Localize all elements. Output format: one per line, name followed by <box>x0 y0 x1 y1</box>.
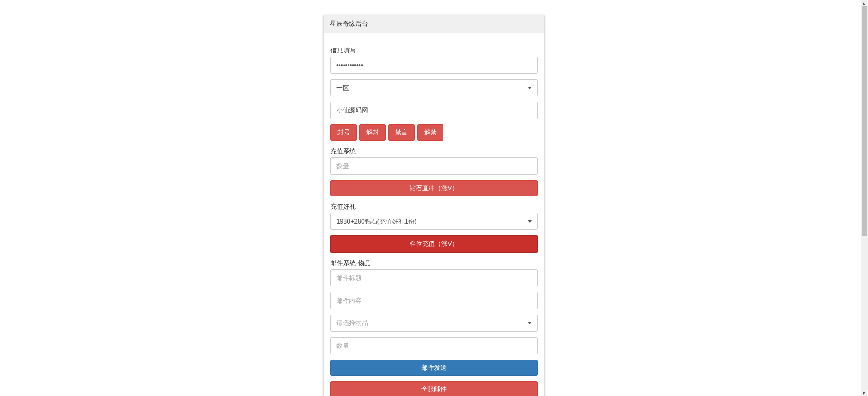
gift-select[interactable]: 1980+280钻石(充值好礼1份) <box>330 213 538 230</box>
mail-item-select[interactable]: 请选择物品 <box>330 315 538 332</box>
unban-button[interactable]: 解封 <box>359 124 386 141</box>
scrollbar-track[interactable] <box>861 6 868 390</box>
page-wrapper: 星辰奇缘后台 信息填写 一区 封号 解封 禁言 解禁 充值系统 <box>0 0 868 396</box>
chevron-down-icon <box>528 322 532 324</box>
admin-panel: 星辰奇缘后台 信息填写 一区 封号 解封 禁言 解禁 充值系统 <box>323 15 545 396</box>
mail-section-label: 邮件系统-物品 <box>330 259 538 267</box>
chevron-down-icon <box>528 87 532 89</box>
ban-button[interactable]: 封号 <box>330 124 357 141</box>
scroll-down-icon[interactable]: ▼ <box>861 390 867 396</box>
recharge-section-label: 充值系统 <box>330 148 538 156</box>
unmute-button[interactable]: 解禁 <box>417 124 443 141</box>
username-input[interactable] <box>330 102 538 119</box>
panel-title: 星辰奇缘后台 <box>324 15 544 33</box>
password-input[interactable] <box>330 57 538 74</box>
account-action-group: 封号 解封 禁言 解禁 <box>330 124 538 141</box>
scroll-up-icon[interactable]: ▲ <box>861 0 867 6</box>
scrollbar-thumb[interactable] <box>862 6 867 236</box>
mute-button[interactable]: 禁言 <box>388 124 415 141</box>
panel-body: 信息填写 一区 封号 解封 禁言 解禁 充值系统 钻石直冲（涨V） <box>324 33 544 396</box>
mail-content-input[interactable] <box>330 292 538 309</box>
mail-title-input[interactable] <box>330 269 538 286</box>
mail-quantity-input[interactable] <box>330 337 538 354</box>
mail-item-select-text: 请选择物品 <box>336 318 368 328</box>
recharge-quantity-input[interactable] <box>330 157 538 175</box>
mail-send-button[interactable]: 邮件发送 <box>330 360 538 376</box>
zone-select-text: 一区 <box>336 83 349 93</box>
broadcast-mail-button[interactable]: 全服邮件 <box>330 381 538 396</box>
gift-section-label: 充值好礼 <box>330 203 538 211</box>
tier-recharge-button[interactable]: 档位充值（涨V） <box>330 235 538 253</box>
zone-select[interactable]: 一区 <box>330 79 538 96</box>
gift-select-text: 1980+280钻石(充值好礼1份) <box>336 217 417 226</box>
chevron-down-icon <box>528 220 532 223</box>
info-section-label: 信息填写 <box>330 47 538 55</box>
diamond-recharge-button[interactable]: 钻石直冲（涨V） <box>330 180 538 196</box>
